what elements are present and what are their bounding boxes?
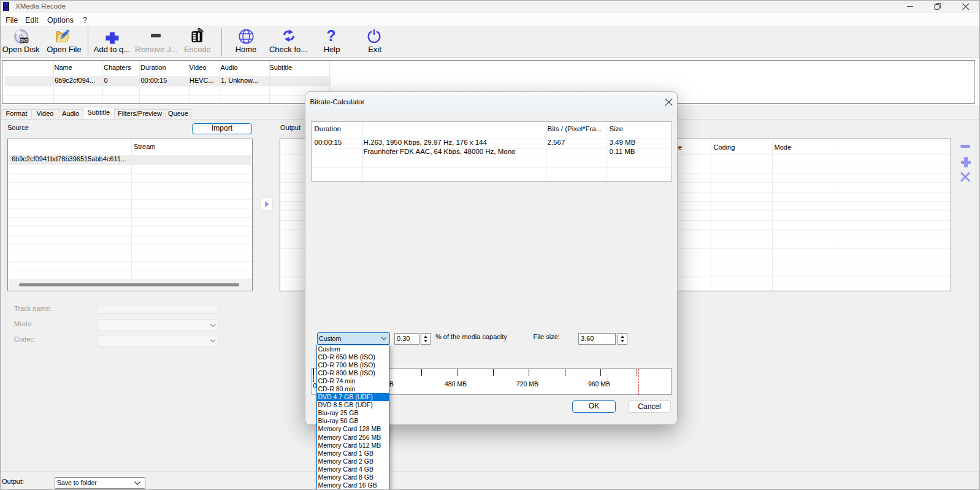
- svg-text:DVD: DVD: [20, 39, 28, 42]
